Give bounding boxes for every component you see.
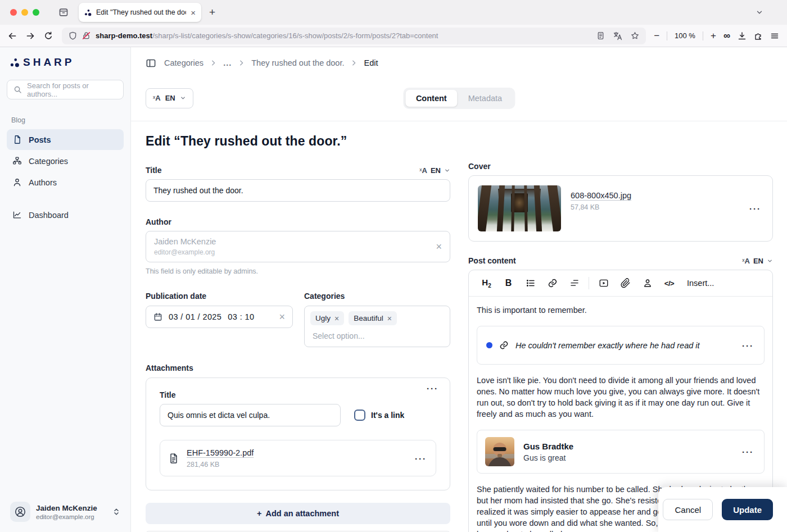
user-email: editor@example.org — [36, 513, 107, 520]
back-icon[interactable] — [8, 31, 17, 40]
menu-icon[interactable] — [770, 31, 779, 40]
minimize-window-button[interactable] — [21, 9, 28, 16]
zoom-in-button[interactable]: + — [711, 31, 716, 40]
sidebar-toggle-icon[interactable] — [146, 58, 156, 69]
title-input[interactable] — [146, 179, 450, 202]
code-icon[interactable]: </> — [658, 279, 680, 288]
sharp-logo-text: SHARP — [23, 56, 75, 69]
locale-value: EN — [165, 94, 175, 102]
insert-button[interactable]: Insert... — [687, 279, 714, 288]
post-content-locale-selector[interactable]: ˣA EN — [742, 257, 773, 265]
author-embed-icon[interactable] — [636, 278, 658, 288]
publication-date-field: Publication date 03 / 01 / 2025 03 : 10 … — [146, 291, 293, 347]
embed-menu-icon[interactable]: ··· — [742, 341, 754, 349]
cover-menu-icon[interactable]: ··· — [749, 204, 761, 213]
url-bar[interactable]: sharp-demo.test/sharp/s-list/categories/… — [62, 28, 646, 44]
shield-icon[interactable] — [69, 31, 77, 40]
categories-multiselect[interactable]: Ugly× Beautiful× Select option... — [304, 306, 450, 347]
user-meta: Jaiden McKenzie editor@example.org — [36, 504, 107, 520]
category-tag: Beautiful× — [349, 311, 397, 325]
user-menu[interactable]: Jaiden McKenzie editor@example.org — [7, 498, 124, 525]
sidebar-search-input[interactable]: Search for posts or authors... — [7, 80, 124, 99]
tab-metadata[interactable]: Metadata — [458, 90, 513, 107]
blockquote-icon[interactable] — [563, 278, 585, 288]
link-embed-card: He couldn't remember exactly where he ha… — [477, 326, 765, 365]
new-tab-button[interactable]: + — [209, 6, 215, 19]
tab-list-chevron-icon[interactable] — [756, 8, 763, 16]
reader-mode-icon[interactable] — [596, 31, 605, 40]
attachment-title-input[interactable] — [160, 404, 341, 426]
sidebar-item-label: Categories — [29, 157, 68, 166]
cancel-button[interactable]: Cancel — [663, 499, 713, 520]
infinity-extension-icon[interactable]: ∞ — [723, 30, 730, 42]
sharp-logo[interactable]: SHARP — [7, 56, 124, 69]
translate-icon: ˣA — [742, 257, 750, 265]
breadcrumb-bar: Categories ... They rushed out the door.… — [131, 47, 787, 75]
breadcrumb-item[interactable]: They rushed out the door. — [251, 58, 344, 67]
sidebar-item-posts[interactable]: Posts — [7, 129, 124, 150]
cover-file-name[interactable]: 608-800x450.jpg — [571, 191, 631, 200]
update-button[interactable]: Update — [722, 499, 773, 520]
chevron-down-icon — [767, 258, 773, 264]
sidebar-item-dashboard[interactable]: Dashboard — [7, 204, 124, 225]
remove-tag-icon[interactable]: × — [387, 315, 392, 322]
bold-icon[interactable]: B — [497, 278, 519, 288]
publication-date-input[interactable]: 03 / 01 / 2025 03 : 10 × — [146, 306, 293, 328]
clear-author-icon[interactable]: × — [436, 242, 442, 252]
clear-date-icon[interactable]: × — [279, 312, 285, 322]
file-menu-icon[interactable]: ··· — [415, 454, 427, 462]
tab-close-icon[interactable]: × — [191, 8, 196, 17]
forward-icon[interactable] — [26, 31, 35, 40]
author-field-label: Author — [146, 217, 171, 226]
reload-icon[interactable] — [44, 31, 53, 40]
dashboard-chart-icon — [12, 210, 22, 220]
heading2-icon[interactable]: H2 — [476, 278, 497, 289]
insecure-lock-icon[interactable] — [82, 31, 91, 40]
close-window-button[interactable] — [10, 9, 17, 16]
editor-toolbar: H2 B — [469, 270, 772, 297]
page-title: Edit “They rushed out the door.” — [146, 134, 450, 149]
attachment-file-name[interactable]: EHF-159990-2.pdf — [187, 448, 254, 457]
cover-thumbnail[interactable] — [478, 185, 561, 231]
sidebar-section-label: Blog — [7, 116, 124, 124]
attachment-menu-icon[interactable]: ··· — [427, 384, 438, 393]
zoom-level[interactable]: 100 % — [675, 31, 695, 40]
downloads-icon[interactable] — [738, 31, 747, 40]
translate-icon[interactable] — [613, 31, 622, 40]
sidebar-item-categories[interactable]: Categories — [7, 151, 124, 171]
breadcrumb-item[interactable]: Categories — [164, 58, 203, 67]
remove-tag-icon[interactable]: × — [334, 315, 339, 322]
attachment-file-size: 281,46 KB — [187, 461, 254, 469]
date-value: 03 / 01 / 2025 — [169, 312, 221, 321]
bookmark-star-icon[interactable] — [631, 31, 639, 40]
link-checkbox-field: It's a link — [354, 410, 404, 421]
fullscreen-window-button[interactable] — [33, 9, 39, 16]
zoom-out-button[interactable]: − — [654, 31, 659, 40]
bullet-list-icon[interactable] — [519, 278, 541, 288]
link-icon[interactable] — [541, 278, 563, 288]
author-embed-menu-icon[interactable]: ··· — [742, 448, 754, 456]
sidebar-item-authors[interactable]: Authors — [7, 172, 124, 193]
posts-file-icon — [12, 135, 22, 144]
cover-meta: 608-800x450.jpg 57,84 KB — [571, 185, 631, 211]
title-locale-selector[interactable]: ˣA EN — [419, 166, 450, 175]
breadcrumb-ellipsis[interactable]: ... — [223, 58, 232, 67]
tab-content[interactable]: Content — [405, 90, 458, 107]
url-text: sharp-demo.test/sharp/s-list/categories/… — [96, 31, 591, 40]
add-attachment-button[interactable]: + Add an attachment — [146, 503, 450, 524]
link-checkbox[interactable] — [354, 410, 365, 421]
plus-icon: + — [257, 509, 261, 518]
locale-selector[interactable]: ˣA EN — [146, 88, 193, 108]
form-content: Edit “They rushed out the door.” Title ˣ… — [131, 121, 787, 532]
file-document-icon — [168, 453, 179, 464]
paperclip-icon[interactable] — [614, 278, 636, 288]
categories-field: Categories Ugly× Beautiful× Select optio… — [304, 291, 450, 347]
sidebar-item-label: Posts — [29, 135, 51, 144]
author-embed-card: Gus Bradtke Gus is great ··· — [477, 430, 765, 474]
sidebar-item-label: Authors — [29, 178, 57, 187]
browser-tab[interactable]: Edit "They rushed out the door." × — [79, 3, 201, 22]
authors-person-icon — [12, 178, 22, 187]
extensions-puzzle-icon[interactable] — [754, 31, 763, 40]
tab-overview-icon[interactable] — [58, 7, 69, 17]
video-icon[interactable] — [592, 278, 614, 288]
